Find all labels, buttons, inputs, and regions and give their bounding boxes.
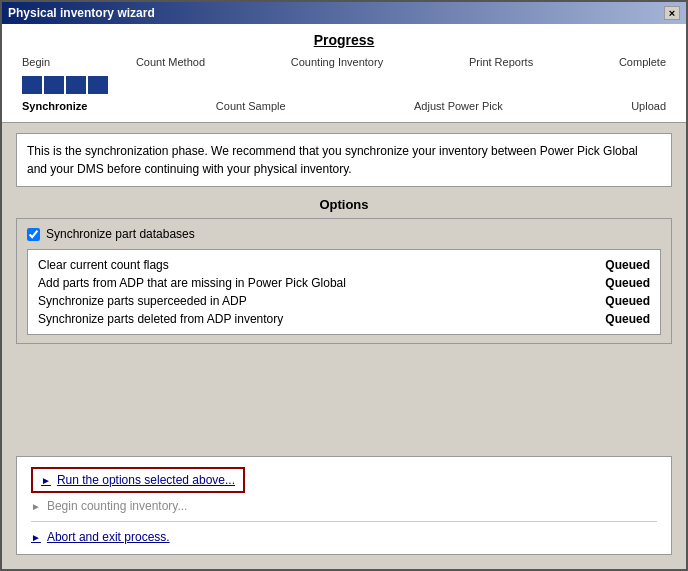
body-area: This is the synchronization phase. We re… bbox=[2, 123, 686, 456]
tasks-table: Clear current count flags Queued Add par… bbox=[27, 249, 661, 335]
task-status-1: Queued bbox=[605, 258, 650, 272]
progress-title: Progress bbox=[12, 32, 676, 48]
options-title: Options bbox=[16, 197, 672, 212]
options-container: Synchronize part databases Clear current… bbox=[16, 218, 672, 344]
task-row-2: Add parts from ADP that are missing in P… bbox=[38, 274, 650, 292]
task-row-3: Synchronize parts superceeded in ADP Que… bbox=[38, 292, 650, 310]
begin-counting-label: Begin counting inventory... bbox=[47, 499, 188, 513]
step-count-method: Count Method bbox=[136, 56, 205, 68]
progress-block-1 bbox=[22, 76, 42, 94]
sync-checkbox-label: Synchronize part databases bbox=[46, 227, 195, 241]
close-button[interactable]: × bbox=[664, 6, 680, 20]
title-bar: Physical inventory wizard × bbox=[2, 2, 686, 24]
run-options-label: Run the options selected above... bbox=[57, 473, 235, 487]
sub-steps-row: Synchronize Count Sample Adjust Power Pi… bbox=[12, 100, 676, 116]
sub-step-synchronize: Synchronize bbox=[22, 100, 87, 112]
task-status-4: Queued bbox=[605, 312, 650, 326]
task-status-2: Queued bbox=[605, 276, 650, 290]
step-counting-inventory: Counting Inventory bbox=[291, 56, 383, 68]
progress-header: Progress Begin Count Method Counting Inv… bbox=[2, 24, 686, 123]
window-title: Physical inventory wizard bbox=[8, 6, 155, 20]
step-complete: Complete bbox=[619, 56, 666, 68]
task-name-2: Add parts from ADP that are missing in P… bbox=[38, 276, 346, 290]
options-section: Options Synchronize part databases Clear… bbox=[16, 197, 672, 344]
main-window: Physical inventory wizard × Progress Beg… bbox=[0, 0, 688, 571]
step-print-reports: Print Reports bbox=[469, 56, 533, 68]
task-status-3: Queued bbox=[605, 294, 650, 308]
actions-divider bbox=[31, 521, 657, 522]
begin-arrow-icon: ► bbox=[31, 501, 41, 512]
actions-box: ► Run the options selected above... ► Be… bbox=[16, 456, 672, 555]
task-row-4: Synchronize parts deleted from ADP inven… bbox=[38, 310, 650, 328]
sync-checkbox[interactable] bbox=[27, 228, 40, 241]
progress-bar-area bbox=[12, 74, 676, 96]
description-box: This is the synchronization phase. We re… bbox=[16, 133, 672, 187]
abort-arrow-icon: ► bbox=[31, 532, 41, 543]
abort-label: Abort and exit process. bbox=[47, 530, 170, 544]
begin-counting-button[interactable]: ► Begin counting inventory... bbox=[31, 499, 657, 513]
task-name-3: Synchronize parts superceeded in ADP bbox=[38, 294, 247, 308]
task-name-1: Clear current count flags bbox=[38, 258, 169, 272]
run-arrow-icon: ► bbox=[41, 475, 51, 486]
description-text: This is the synchronization phase. We re… bbox=[27, 144, 638, 176]
progress-blocks bbox=[22, 76, 108, 94]
sub-step-adjust-power-pick: Adjust Power Pick bbox=[414, 100, 503, 112]
steps-row: Begin Count Method Counting Inventory Pr… bbox=[12, 56, 676, 68]
task-name-4: Synchronize parts deleted from ADP inven… bbox=[38, 312, 283, 326]
task-row-1: Clear current count flags Queued bbox=[38, 256, 650, 274]
run-options-button[interactable]: ► Run the options selected above... bbox=[31, 467, 245, 493]
sub-step-count-sample: Count Sample bbox=[216, 100, 286, 112]
progress-block-2 bbox=[44, 76, 64, 94]
sub-step-upload: Upload bbox=[631, 100, 666, 112]
content-area: Progress Begin Count Method Counting Inv… bbox=[2, 24, 686, 569]
abort-button[interactable]: ► Abort and exit process. bbox=[31, 530, 657, 544]
progress-block-3 bbox=[66, 76, 86, 94]
checkbox-row: Synchronize part databases bbox=[27, 227, 661, 241]
progress-block-4 bbox=[88, 76, 108, 94]
step-begin: Begin bbox=[22, 56, 50, 68]
